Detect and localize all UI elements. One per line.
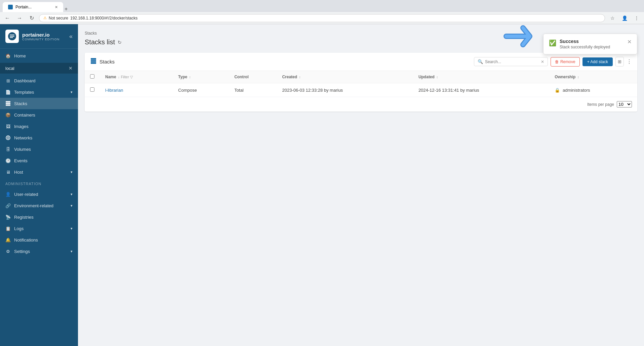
ownership-sort-icon: ↕ xyxy=(577,75,579,79)
filter-button[interactable]: Filter ▽ xyxy=(121,75,133,79)
bookmark-button[interactable]: ☆ xyxy=(608,13,617,23)
items-per-page-label: Items per page xyxy=(587,102,614,107)
more-options-button[interactable]: ⋮ xyxy=(627,58,632,65)
table-row: l-librarian Compose Total 2023-06-03 12:… xyxy=(85,83,637,97)
card-header: Stacks 🔍 ✕ 🗑 Remove + Add stack ⊞ ⋮ xyxy=(85,53,637,71)
reload-button[interactable]: ↻ xyxy=(27,13,36,23)
home-label: Home xyxy=(14,53,26,58)
sidebar-item-user-related[interactable]: 👤 User-related ▾ xyxy=(0,188,78,200)
view-toggle-button[interactable]: ⊞ xyxy=(615,57,624,67)
notification-message: Stack successfully deployed xyxy=(560,45,624,49)
created-sort-icon: ↕ xyxy=(299,75,300,79)
updated-sort-icon: ↕ xyxy=(436,75,438,79)
security-warning-icon: ⚠ xyxy=(43,16,47,20)
address-bar[interactable]: ⚠ Not secure 192.168.1.18:9000/#!/2/dock… xyxy=(39,14,605,22)
svg-rect-1 xyxy=(6,101,10,102)
app-layout: portainer.io COMMUNITY EDITION « 🏠 Home … xyxy=(0,24,644,346)
remove-button[interactable]: 🗑 Remove xyxy=(551,57,580,67)
row-checkbox[interactable] xyxy=(90,87,94,92)
dashboard-icon: ⊞ xyxy=(5,78,11,83)
sidebar-item-images[interactable]: 🖼 Images xyxy=(0,121,78,132)
header-type[interactable]: Type ↕ xyxy=(173,71,229,83)
settings-label: Settings xyxy=(14,249,30,254)
row-control-cell: Total xyxy=(229,83,277,97)
notification-content: Success Stack successfully deployed xyxy=(560,39,624,49)
header-ownership[interactable]: Ownership ↕ xyxy=(549,71,637,83)
environment-name: local xyxy=(5,66,14,71)
sidebar-item-notifications[interactable]: 🔔 Notifications xyxy=(0,234,78,246)
name-sort-icon[interactable]: ↓ xyxy=(118,75,120,79)
sidebar-item-templates[interactable]: 📄 Templates ▾ xyxy=(0,86,78,98)
templates-label: Templates xyxy=(14,90,34,95)
header-name: Name ↓ Filter ▽ xyxy=(100,71,173,83)
sidebar: portainer.io COMMUNITY EDITION « 🏠 Home … xyxy=(0,24,78,346)
logs-label: Logs xyxy=(14,226,24,231)
sidebar-item-registries[interactable]: 📡 Registries xyxy=(0,211,78,223)
sidebar-item-logs[interactable]: 📋 Logs ▾ xyxy=(0,223,78,234)
stack-name-link[interactable]: l-librarian xyxy=(105,88,123,93)
sidebar-item-settings[interactable]: ⚙ Settings ▾ xyxy=(0,246,78,257)
forward-button[interactable]: → xyxy=(15,13,24,23)
sidebar-item-dashboard[interactable]: ⊞ Dashboard xyxy=(0,75,78,86)
sidebar-item-host[interactable]: 🖥 Host ▾ xyxy=(0,166,78,178)
table-header: Name ↓ Filter ▽ Type ↕ Control Created xyxy=(85,71,637,83)
type-sort-icon: ↕ xyxy=(189,75,191,79)
admin-section-title: Administration xyxy=(0,179,78,188)
new-tab-button[interactable]: + xyxy=(65,6,68,12)
menu-button[interactable]: ⋮ xyxy=(632,13,641,23)
tab-title: Portain... xyxy=(15,5,32,9)
environment-close-button[interactable]: ✕ xyxy=(69,66,73,71)
host-icon: 🖥 xyxy=(5,169,11,175)
card-title-area: Stacks xyxy=(90,57,115,66)
notifications-icon: 🔔 xyxy=(5,237,11,243)
items-per-page-select[interactable]: 10 25 50 100 xyxy=(617,101,632,107)
header-updated[interactable]: Updated ↕ xyxy=(413,71,549,83)
sidebar-item-home[interactable]: 🏠 Home xyxy=(0,50,78,61)
name-column-label: Name xyxy=(105,75,116,79)
networks-label: Networks xyxy=(14,135,32,140)
stacks-icon xyxy=(5,101,11,106)
notification-close-button[interactable]: ✕ xyxy=(627,39,632,45)
environment-related-icon: 🔗 xyxy=(5,203,11,208)
events-label: Events xyxy=(14,158,28,163)
search-clear-button[interactable]: ✕ xyxy=(541,59,544,64)
sidebar-collapse-button[interactable]: « xyxy=(69,33,73,40)
sidebar-item-containers[interactable]: 📦 Containers xyxy=(0,109,78,121)
profile-button[interactable]: 👤 xyxy=(620,13,629,23)
remove-icon: 🗑 xyxy=(555,59,559,64)
stacks-table: Name ↓ Filter ▽ Type ↕ Control Created xyxy=(85,71,637,97)
home-icon: 🏠 xyxy=(5,53,11,58)
add-stack-button[interactable]: + Add stack xyxy=(582,57,613,66)
ownership-column-label: Ownership xyxy=(555,75,575,79)
select-all-checkbox[interactable] xyxy=(90,74,94,79)
tab-close-button[interactable]: ✕ xyxy=(55,5,58,9)
volumes-icon: 🗄 xyxy=(5,146,11,152)
environment-header: local ✕ xyxy=(0,63,78,74)
user-related-chevron-icon: ▾ xyxy=(71,192,73,197)
search-input[interactable] xyxy=(485,59,539,64)
sidebar-item-networks[interactable]: Networks xyxy=(0,132,78,143)
browser-tab-active: Portain... ✕ xyxy=(3,2,63,12)
card-actions: 🔍 ✕ 🗑 Remove + Add stack ⊞ ⋮ xyxy=(474,57,632,67)
refresh-button[interactable]: ↻ xyxy=(118,40,122,45)
templates-icon: 📄 xyxy=(5,89,11,95)
header-created[interactable]: Created ↕ xyxy=(277,71,413,83)
dashboard-label: Dashboard xyxy=(14,78,36,83)
success-icon: ✅ xyxy=(549,39,556,47)
svg-rect-3 xyxy=(6,104,10,106)
sidebar-item-volumes[interactable]: 🗄 Volumes xyxy=(0,143,78,155)
control-column-label: Control xyxy=(234,75,249,79)
environment-related-label: Environment-related xyxy=(14,203,53,208)
registries-icon: 📡 xyxy=(5,214,11,220)
sidebar-item-events[interactable]: 🕐 Events xyxy=(0,155,78,166)
ownership-value: administrators xyxy=(563,88,590,93)
back-button[interactable]: ← xyxy=(3,13,12,23)
created-column-label: Created xyxy=(282,75,297,79)
logo-text: portainer.io COMMUNITY EDITION xyxy=(22,32,59,41)
sidebar-item-stacks[interactable]: Stacks xyxy=(0,98,78,109)
registries-label: Registries xyxy=(14,215,34,220)
page-title: Stacks list xyxy=(85,38,115,46)
user-related-label: User-related xyxy=(14,192,38,197)
sidebar-item-environment-related[interactable]: 🔗 Environment-related ▾ xyxy=(0,200,78,211)
card-title: Stacks xyxy=(99,59,115,64)
